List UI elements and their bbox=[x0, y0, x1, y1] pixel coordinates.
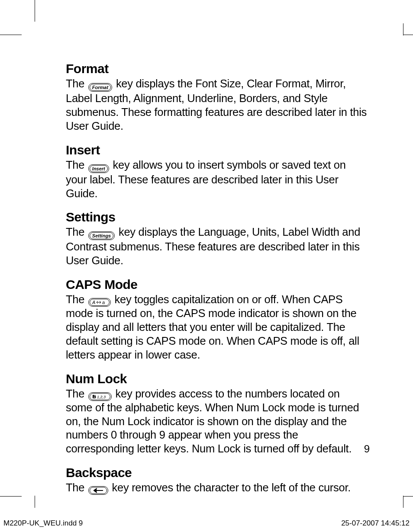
heading-insert: Insert bbox=[66, 143, 369, 157]
crop-mark bbox=[403, 35, 413, 35]
key-label: Format bbox=[90, 84, 111, 91]
section-format: Format The Format key displays the Font … bbox=[66, 61, 369, 133]
heading-backspace: Backspace bbox=[66, 465, 369, 480]
text: The bbox=[66, 77, 87, 90]
text: The bbox=[66, 159, 87, 171]
crop-mark bbox=[0, 35, 22, 35]
backspace-key-icon bbox=[88, 486, 108, 495]
settings-key-icon: Settings bbox=[88, 231, 115, 240]
crop-mark bbox=[35, 496, 35, 508]
body-caps: The Aa key toggles capitalization on or … bbox=[66, 293, 369, 362]
body-numlock: The 1,2,3 key provides access to the num… bbox=[66, 387, 369, 456]
section-insert: Insert The Insert key allows you to inse… bbox=[66, 143, 369, 201]
crop-mark bbox=[403, 496, 413, 497]
heading-caps: CAPS Mode bbox=[66, 277, 369, 292]
text: key removes the character to the left of… bbox=[109, 481, 351, 494]
text: The bbox=[66, 293, 87, 305]
page-content: Format The Format key displays the Font … bbox=[66, 61, 369, 504]
body-format: The Format key displays the Font Size, C… bbox=[66, 77, 369, 133]
body-backspace: The key removes the character to the lef… bbox=[66, 481, 369, 495]
text: The bbox=[66, 481, 87, 494]
crop-mark bbox=[35, 0, 35, 22]
svg-text:1,2,3: 1,2,3 bbox=[97, 395, 106, 399]
numlock-key-icon: 1,2,3 bbox=[88, 392, 112, 401]
key-label: Settings bbox=[90, 232, 113, 239]
section-caps: CAPS Mode The Aa key toggles capitalizat… bbox=[66, 277, 369, 362]
text: key allows you to insert symbols or save… bbox=[66, 159, 346, 199]
footer-datetime: 25-07-2007 14:45:12 bbox=[341, 519, 410, 528]
svg-rect-3 bbox=[94, 397, 94, 398]
key-glyph: Aa bbox=[90, 299, 110, 306]
section-numlock: Num Lock The 1,2,3 key provides access t… bbox=[66, 372, 369, 456]
body-insert: The Insert key allows you to insert symb… bbox=[66, 158, 369, 201]
text: The bbox=[66, 226, 87, 238]
footer-filename: M220P-UK_WEU.indd 9 bbox=[3, 519, 83, 528]
heading-numlock: Num Lock bbox=[66, 372, 369, 386]
caps-key-icon: Aa bbox=[88, 298, 111, 307]
key-glyph bbox=[90, 487, 107, 494]
page-number: 9 bbox=[364, 443, 370, 455]
footer: M220P-UK_WEU.indd 9 25-07-2007 14:45:12 bbox=[0, 519, 413, 528]
svg-text:a: a bbox=[102, 300, 105, 305]
section-settings: Settings The Settings key displays the L… bbox=[66, 210, 369, 268]
crop-mark bbox=[0, 496, 22, 497]
svg-text:A: A bbox=[92, 300, 95, 305]
key-glyph: 1,2,3 bbox=[90, 393, 110, 400]
text: The bbox=[66, 388, 87, 400]
body-settings: The Settings key displays the Language, … bbox=[66, 225, 369, 268]
heading-settings: Settings bbox=[66, 210, 369, 224]
heading-format: Format bbox=[66, 61, 369, 76]
key-label: Insert bbox=[90, 165, 108, 172]
section-backspaceace: Backspace The key removes the character … bbox=[66, 465, 369, 495]
format-key-icon: Format bbox=[88, 83, 112, 92]
crop-mark bbox=[403, 496, 403, 508]
insert-key-icon: Insert bbox=[88, 164, 109, 173]
crop-mark bbox=[403, 23, 403, 35]
